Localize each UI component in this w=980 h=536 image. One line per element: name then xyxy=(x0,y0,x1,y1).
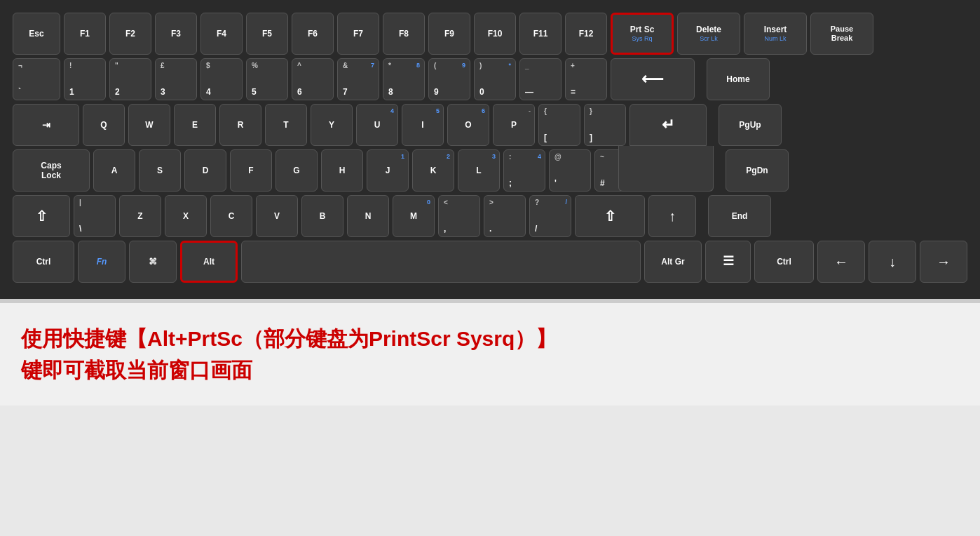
key-w[interactable]: W xyxy=(128,104,170,146)
key-c[interactable]: C xyxy=(210,195,252,237)
key-f12[interactable]: F12 xyxy=(565,13,607,55)
key-f11[interactable]: F11 xyxy=(519,13,562,55)
fn-row: Esc F1 F2 F3 F4 F5 F6 F7 F8 F9 F10 F11 F… xyxy=(13,13,967,55)
key-f1-label: F1 xyxy=(80,29,90,39)
key-5[interactable]: % 5 xyxy=(246,58,288,100)
key-f3[interactable]: F3 xyxy=(155,13,197,55)
key-left[interactable]: ← xyxy=(817,241,865,283)
key-i[interactable]: I 5 xyxy=(402,104,444,146)
key-e[interactable]: E xyxy=(174,104,216,146)
key-g[interactable]: G xyxy=(275,149,318,192)
key-m[interactable]: M 0 xyxy=(393,195,435,237)
key-6[interactable]: ^ 6 xyxy=(292,58,334,100)
key-enter-bottom[interactable] xyxy=(618,146,714,192)
key-d[interactable]: D xyxy=(184,149,226,192)
key-f5[interactable]: F5 xyxy=(246,13,288,55)
key-x[interactable]: X xyxy=(165,195,207,237)
key-t[interactable]: T xyxy=(265,104,307,146)
key-rbracket[interactable]: } ] xyxy=(584,104,626,146)
key-lctrl[interactable]: Ctrl xyxy=(13,241,74,283)
key-fn[interactable]: Fn xyxy=(78,241,125,283)
key-enter-top[interactable]: ↵ xyxy=(629,104,707,146)
key-8[interactable]: * 8 8 xyxy=(383,58,425,100)
key-lctrl-label: Ctrl xyxy=(36,257,51,267)
key-f2[interactable]: F2 xyxy=(109,13,151,55)
key-pause[interactable]: PauseBreak xyxy=(810,13,873,55)
key-pgdn[interactable]: PgDn xyxy=(726,149,789,192)
key-alt[interactable]: Alt xyxy=(180,241,238,283)
key-backspace[interactable]: ⟵ xyxy=(611,58,695,100)
key-3[interactable]: £ 3 xyxy=(155,58,197,100)
key-9[interactable]: ( 9 9 xyxy=(428,58,470,100)
key-f9[interactable]: F9 xyxy=(428,13,470,55)
key-semicolon[interactable]: : ; 4 xyxy=(503,149,545,192)
key-home[interactable]: Home xyxy=(707,58,770,100)
key-q[interactable]: Q xyxy=(83,104,125,146)
keyboard-section: Esc F1 F2 F3 F4 F5 F6 F7 F8 F9 F10 F11 F… xyxy=(0,0,980,303)
key-down[interactable]: ↓ xyxy=(869,241,916,283)
key-v[interactable]: V xyxy=(256,195,298,237)
key-backslash[interactable]: | \ xyxy=(74,195,116,237)
key-7[interactable]: & 7 7 xyxy=(337,58,379,100)
key-right[interactable]: → xyxy=(920,241,967,283)
key-f7[interactable]: F7 xyxy=(337,13,379,55)
key-f4[interactable]: F4 xyxy=(200,13,243,55)
key-menu[interactable]: ☰ xyxy=(705,241,751,283)
key-f[interactable]: F xyxy=(230,149,272,192)
key-k[interactable]: K 2 xyxy=(412,149,454,192)
key-n[interactable]: N xyxy=(347,195,389,237)
key-r[interactable]: R xyxy=(219,104,261,146)
key-o[interactable]: O 6 xyxy=(447,104,489,146)
key-quote[interactable]: @ ' xyxy=(549,149,591,192)
key-5-bot: 5 xyxy=(252,87,257,97)
key-u[interactable]: U 4 xyxy=(356,104,398,146)
key-rctrl[interactable]: Ctrl xyxy=(754,241,814,283)
key-up[interactable]: ↑ xyxy=(648,195,696,237)
qwerty-row: ⇥ Q W E R T Y U 4 I 5 O 6 P - { [ } xyxy=(13,104,967,146)
key-slash[interactable]: ? / / xyxy=(529,195,571,237)
key-altgr[interactable]: Alt Gr xyxy=(644,241,702,283)
key-tab[interactable]: ⇥ xyxy=(13,104,79,146)
key-comma[interactable]: < , xyxy=(438,195,480,237)
key-win[interactable]: ⌘ xyxy=(129,241,177,283)
key-rshift[interactable]: ⇧ xyxy=(575,195,645,237)
key-equals-bot: = xyxy=(571,87,576,97)
key-s[interactable]: S xyxy=(139,149,181,192)
key-a[interactable]: A xyxy=(93,149,135,192)
key-delete[interactable]: Delete Scr Lk xyxy=(677,13,740,55)
key-lshift[interactable]: ⇧ xyxy=(13,195,70,237)
key-l[interactable]: L 3 xyxy=(458,149,500,192)
key-minus-top: _ xyxy=(525,62,529,70)
key-y[interactable]: Y xyxy=(311,104,353,146)
key-esc[interactable]: Esc xyxy=(13,13,60,55)
key-2[interactable]: " 2 xyxy=(109,58,151,100)
key-f1[interactable]: F1 xyxy=(64,13,106,55)
key-insert[interactable]: Insert Num Lk xyxy=(744,13,807,55)
key-equals[interactable]: + = xyxy=(565,58,607,100)
key-b[interactable]: B xyxy=(301,195,343,237)
key-f6[interactable]: F6 xyxy=(292,13,334,55)
key-z[interactable]: Z xyxy=(119,195,161,237)
key-p[interactable]: P - xyxy=(493,104,535,146)
key-minus[interactable]: _ — xyxy=(519,58,562,100)
key-backtick[interactable]: ¬ ` xyxy=(13,58,60,100)
key-end-label: End xyxy=(732,211,748,221)
key-lbracket[interactable]: { [ xyxy=(538,104,580,146)
key-equals-top: + xyxy=(571,62,575,70)
key-pause-label: PauseBreak xyxy=(831,25,853,43)
key-0[interactable]: ) 0 * xyxy=(474,58,516,100)
key-end[interactable]: End xyxy=(708,195,771,237)
key-pgdn-label: PgDn xyxy=(746,166,768,175)
key-prtsc[interactable]: Prt Sc Sys Rq xyxy=(611,13,674,55)
key-pgup[interactable]: PgUp xyxy=(719,104,782,146)
key-h[interactable]: H xyxy=(321,149,363,192)
key-4[interactable]: $ 4 xyxy=(200,58,243,100)
key-space[interactable] xyxy=(241,241,641,283)
key-f8[interactable]: F8 xyxy=(383,13,425,55)
key-j[interactable]: J 1 xyxy=(367,149,409,192)
key-period[interactable]: > . xyxy=(484,195,526,237)
key-f10[interactable]: F10 xyxy=(474,13,516,55)
key-capslock[interactable]: CapsLock xyxy=(13,149,90,192)
key-1[interactable]: ! 1 xyxy=(64,58,106,100)
shift-row: ⇧ | \ Z X C V B N M 0 < , > . ? / / xyxy=(13,195,967,237)
